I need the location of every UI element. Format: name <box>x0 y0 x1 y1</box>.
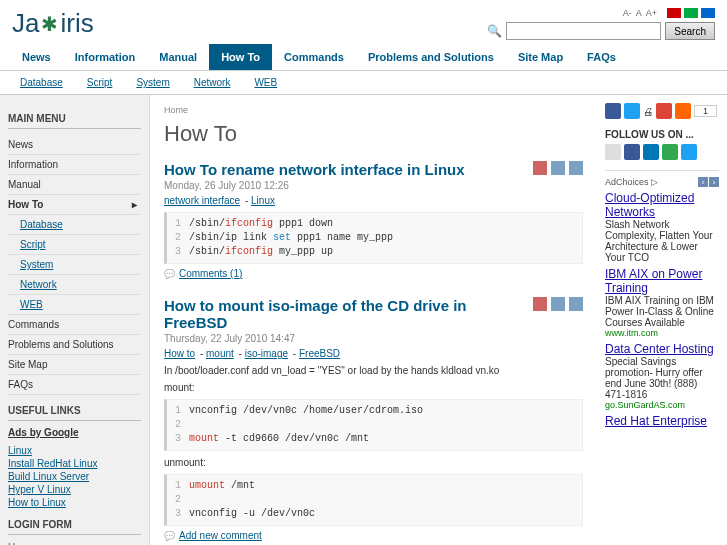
ad-next-icon[interactable]: › <box>709 177 719 187</box>
subnav-item[interactable]: Database <box>20 77 63 88</box>
right-column: 🖨 1 FOLLOW US ON ... AdChoices ▷ ‹ › <box>597 95 727 545</box>
article-title[interactable]: How to mount iso-image of the CD drive i… <box>164 297 533 331</box>
ad-link[interactable]: Install RedHat Linux <box>8 458 98 469</box>
twitter-icon[interactable] <box>624 103 640 119</box>
sidebar-item[interactable]: Commands <box>8 315 141 335</box>
svg-rect-3 <box>533 297 547 311</box>
linkedin-icon[interactable] <box>643 144 659 160</box>
search-input[interactable] <box>506 22 661 40</box>
mainnav-item[interactable]: Information <box>63 44 148 70</box>
site-logo[interactable]: Ja✱iris <box>12 8 94 39</box>
article-date: Thursday, 22 July 2010 14:47 <box>164 333 583 344</box>
font-increase[interactable]: A+ <box>646 8 657 18</box>
article-body: In /boot/loader.conf add vn_load = "YES"… <box>164 365 583 376</box>
facebook-icon[interactable] <box>605 103 621 119</box>
sponsored-link[interactable]: Data Center Hosting <box>605 342 719 356</box>
sidebar-subitem[interactable]: Database <box>20 219 63 230</box>
pdf-icon[interactable] <box>533 161 547 175</box>
share-icon[interactable] <box>675 103 691 119</box>
article-title[interactable]: How To rename network interface in Linux <box>164 161 465 178</box>
adchoices-label[interactable]: AdChoices <box>605 177 649 187</box>
sponsored-link[interactable]: IBM AIX on Power Training <box>605 267 719 295</box>
subnav-item[interactable]: Network <box>194 77 231 88</box>
sidebar-item[interactable]: Site Map <box>8 355 141 375</box>
gplus-icon[interactable] <box>656 103 672 119</box>
sidebar-item[interactable]: Information <box>8 155 141 175</box>
email-icon[interactable] <box>569 297 583 311</box>
mainnav-item[interactable]: FAQs <box>575 44 628 70</box>
article: How to mount iso-image of the CD drive i… <box>164 297 583 541</box>
print-icon[interactable] <box>551 161 565 175</box>
netvibes-icon[interactable] <box>662 144 678 160</box>
font-decrease[interactable]: A- <box>623 8 632 18</box>
sidebar-subitem[interactable]: Network <box>20 279 57 290</box>
subnav-item[interactable]: Script <box>87 77 113 88</box>
article: How To rename network interface in Linux… <box>164 161 583 279</box>
print-icon[interactable]: 🖨 <box>643 106 653 117</box>
comments-link[interactable]: Add new comment <box>179 530 262 541</box>
facebook-icon[interactable] <box>624 144 640 160</box>
sidebar-subitem[interactable]: WEB <box>20 299 43 310</box>
comments-link[interactable]: Comments (1) <box>179 268 242 279</box>
ad-text: IBM AIX Training on IBM Power In-Class &… <box>605 295 719 328</box>
search-icon: 🔍 <box>487 22 502 40</box>
ad-url[interactable]: go.SunGardAS.com <box>605 400 719 410</box>
ad-link[interactable]: How to Linux <box>8 497 66 508</box>
flag-icon[interactable] <box>684 8 698 18</box>
svg-rect-0 <box>533 161 547 175</box>
breadcrumb[interactable]: Home <box>164 105 583 115</box>
subnav-item[interactable]: WEB <box>254 77 277 88</box>
mainnav-item[interactable]: How To <box>209 44 272 70</box>
mainnav-item[interactable]: Commands <box>272 44 356 70</box>
search-button[interactable]: Search <box>665 22 715 40</box>
mainnav-item[interactable]: Problems and Solutions <box>356 44 506 70</box>
sidebar-item[interactable]: Manual <box>8 175 141 195</box>
ad-link[interactable]: Hyper V Linux <box>8 484 71 495</box>
sponsored-link[interactable]: Cloud-Optimized Networks <box>605 191 719 219</box>
flag-icon[interactable] <box>701 8 715 18</box>
sponsored-link[interactable]: Red Hat Enterprise <box>605 414 719 428</box>
article-tags: How to - mount - iso-image - FreeBSD <box>164 348 583 359</box>
tag-link[interactable]: How to <box>164 348 195 359</box>
sidebar-item[interactable]: Problems and Solutions <box>8 335 141 355</box>
article-tags: network interface - Linux <box>164 195 583 206</box>
sidebar-item[interactable]: FAQs <box>8 375 141 395</box>
tag-link[interactable]: Linux <box>251 195 275 206</box>
tag-link[interactable]: network interface <box>164 195 240 206</box>
ad-link[interactable]: Linux <box>8 445 32 456</box>
sidebar-subitem[interactable]: Script <box>20 239 46 250</box>
mainnav-item[interactable]: Manual <box>147 44 209 70</box>
mainnav-item[interactable]: News <box>10 44 63 70</box>
twitter-icon[interactable] <box>681 144 697 160</box>
ad-url[interactable]: www.itm.com <box>605 328 719 338</box>
ad-link[interactable]: Build Linux Server <box>8 471 89 482</box>
follow-us-heading: FOLLOW US ON ... <box>605 129 719 140</box>
code-block: 1vnconfig /dev/vn0c /home/user/cdrom.iso… <box>164 399 583 451</box>
main-menu-heading: MAIN MENU <box>8 113 141 129</box>
main-content: Home How To How To rename network interf… <box>150 95 597 545</box>
ad-prev-icon[interactable]: ‹ <box>698 177 708 187</box>
tag-link[interactable]: mount <box>206 348 234 359</box>
font-size-controls: A- A A+ <box>623 8 657 18</box>
sidebar-item-howto[interactable]: How To <box>8 195 141 215</box>
language-flags <box>667 8 715 18</box>
pdf-icon[interactable] <box>533 297 547 311</box>
print-icon[interactable] <box>551 297 565 311</box>
flag-icon[interactable] <box>667 8 681 18</box>
digg-icon[interactable] <box>605 144 621 160</box>
tag-link[interactable]: FreeBSD <box>299 348 340 359</box>
code-block: 1umount /mnt 2 3vnconfig -u /dev/vn0c <box>164 474 583 526</box>
mainnav-item[interactable]: Site Map <box>506 44 575 70</box>
ads-by-google[interactable]: Ads by Google <box>8 427 141 438</box>
article-date: Monday, 26 July 2010 12:26 <box>164 180 583 191</box>
tag-link[interactable]: iso-image <box>245 348 288 359</box>
share-bar: 🖨 1 <box>605 103 719 119</box>
svg-rect-4 <box>551 297 565 311</box>
font-reset[interactable]: A <box>636 8 642 18</box>
logo-text-pre: Ja <box>12 8 39 39</box>
subnav-item[interactable]: System <box>136 77 169 88</box>
sidebar-item[interactable]: News <box>8 135 141 155</box>
email-icon[interactable] <box>569 161 583 175</box>
page-title: How To <box>164 121 583 147</box>
sidebar-subitem[interactable]: System <box>20 259 53 270</box>
